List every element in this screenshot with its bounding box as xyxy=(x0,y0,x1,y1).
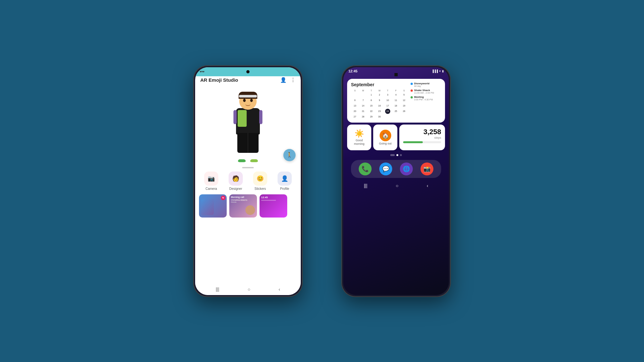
cal-day-17[interactable]: 17 xyxy=(385,103,390,108)
navigation-bar-phone2: ||| ○ ‹ xyxy=(343,180,449,191)
cal-day-16[interactable]: 16 xyxy=(377,103,382,108)
thumbnail-profile-card[interactable]: Morning call Christina Adams Mobile xyxy=(229,194,257,218)
thumbnail-lock-screen[interactable]: 12:45 xyxy=(260,194,287,218)
cal-day-21[interactable]: 21 xyxy=(361,109,366,114)
dock-browser-icon[interactable]: 🌐 xyxy=(400,162,413,175)
cal-day-11[interactable]: 11 xyxy=(393,98,398,103)
widgets-row: ☀️ Good morning 🏠 Going out 3,258 steps xyxy=(347,125,445,150)
cal-day-28[interactable]: 28 xyxy=(361,114,366,119)
header-actions: 👤 ⋮ xyxy=(280,77,296,83)
status-bar-phone1: ▾▾▾ xyxy=(195,67,301,76)
stickers-icon-glyph: 😊 xyxy=(257,175,264,182)
thumbnail-avatar-emoji[interactable]: N xyxy=(199,194,227,218)
cal-day-29[interactable]: 29 xyxy=(369,114,374,119)
camera-icon-glyph: 📷 xyxy=(208,175,215,182)
left-shoe xyxy=(238,159,246,163)
weather-label: Good morning xyxy=(354,139,365,146)
profile-label: Profile xyxy=(280,187,289,190)
camera-icon: 📷 xyxy=(204,172,218,186)
steps-unit: steps xyxy=(403,136,441,139)
calendar-events-area: Disneyworld All day Shake Shack 11:00 AM… xyxy=(411,82,441,119)
menu-item-camera[interactable]: 📷 Camera xyxy=(204,172,218,190)
cal-day-20[interactable]: 20 xyxy=(352,109,357,114)
cal-day-6[interactable]: 6 xyxy=(352,98,357,103)
home-button[interactable]: ○ xyxy=(248,287,250,292)
cal-day-12[interactable]: 12 xyxy=(402,98,407,103)
camera-area xyxy=(343,73,449,76)
back-button[interactable]: ‹ xyxy=(279,287,280,292)
cal-day-3[interactable]: 3 xyxy=(385,92,390,97)
emoji-headband xyxy=(239,95,257,97)
profile-icon-glyph: 👤 xyxy=(281,175,288,182)
dock-phone-icon[interactable]: 📞 xyxy=(359,162,372,175)
weather-widget[interactable]: ☀️ Good morning xyxy=(347,125,371,150)
event-meeting: Meeting 3:00 PM - 4:30 PM xyxy=(411,96,441,101)
profile-icon-circle: 👤 xyxy=(278,172,292,186)
phone-2: 12:45 ▐▐▐ ▾ ▮ September S M T W T xyxy=(341,65,451,297)
status-bar-phone2: 12:45 ▐▐▐ ▾ ▮ xyxy=(343,67,449,73)
event-info-disneyworld: Disneyworld All day xyxy=(414,82,441,87)
signal-icon: ▐▐▐ xyxy=(432,70,438,73)
cal-day-24-today[interactable]: 24 xyxy=(385,109,390,114)
event-info-meeting: Meeting 3:00 PM - 4:30 PM xyxy=(414,96,441,101)
bottom-panel: 📷 Camera 🧑 Designer 😊 St xyxy=(195,164,301,283)
cal-day-empty-2 xyxy=(361,92,366,97)
weather-good: Good xyxy=(355,139,363,142)
recents-button-phone2[interactable]: ||| xyxy=(364,183,367,188)
pose-button[interactable]: 🚶 xyxy=(283,149,296,161)
menu-item-profile[interactable]: 👤 Profile xyxy=(278,172,292,190)
cal-day-10[interactable]: 10 xyxy=(385,98,390,103)
cal-day-1[interactable]: 1 xyxy=(369,92,374,97)
event-time-disneyworld: All day xyxy=(414,85,441,87)
cal-day-30[interactable]: 30 xyxy=(377,114,382,119)
steps-widget[interactable]: 3,258 steps xyxy=(399,125,445,150)
calendar-widget[interactable]: September S M T W T F S 1 2 3 4 xyxy=(347,79,445,123)
home-screen-dots xyxy=(343,154,449,156)
pants-seam xyxy=(248,133,248,153)
right-shoe xyxy=(250,159,258,163)
cal-day-9[interactable]: 9 xyxy=(377,98,382,103)
cal-day-7[interactable]: 7 xyxy=(361,98,366,103)
profile-card-label: Morning call xyxy=(231,196,255,198)
cal-day-22[interactable]: 22 xyxy=(369,109,374,114)
stickers-icon: 😊 xyxy=(253,172,267,186)
more-options-icon[interactable]: ⋮ xyxy=(290,77,296,83)
event-disneyworld: Disneyworld All day xyxy=(411,82,441,87)
emoji-jacket xyxy=(236,108,260,135)
cal-day-15[interactable]: 15 xyxy=(369,103,374,108)
recents-button[interactable]: ||| xyxy=(216,287,219,292)
cal-day-8[interactable]: 8 xyxy=(369,98,374,103)
designer-label: Designer xyxy=(229,187,242,190)
event-shake-shack: Shake Shack 11:00 AM - 2:00 PM xyxy=(411,89,441,94)
panel-handle xyxy=(242,167,254,168)
emoji-mouth xyxy=(245,104,251,106)
menu-item-designer[interactable]: 🧑 Designer xyxy=(229,172,243,190)
profile-icon[interactable]: 👤 xyxy=(280,77,287,83)
home-button-phone2[interactable]: ○ xyxy=(396,183,398,188)
wifi-icon: ▾▾▾ xyxy=(200,70,204,73)
cal-day-5[interactable]: 5 xyxy=(402,92,407,97)
cal-day-19[interactable]: 19 xyxy=(402,103,407,108)
app-title: AR Emoji Studio xyxy=(200,77,238,83)
cal-day-23[interactable]: 23 xyxy=(377,109,382,114)
back-button-phone2[interactable]: ‹ xyxy=(427,183,428,188)
cal-header-t2: T xyxy=(384,89,392,92)
cal-day-4[interactable]: 4 xyxy=(393,92,398,97)
cal-day-2[interactable]: 2 xyxy=(377,92,382,97)
navigation-bar-phone1: ||| ○ ‹ xyxy=(195,283,301,295)
event-time-meeting: 3:00 PM - 4:30 PM xyxy=(414,98,441,101)
cal-day-18[interactable]: 18 xyxy=(393,103,398,108)
cal-day-27[interactable]: 27 xyxy=(352,114,357,119)
cal-day-13[interactable]: 13 xyxy=(352,103,357,108)
dot-inactive xyxy=(400,154,402,156)
cal-day-25[interactable]: 25 xyxy=(393,109,398,114)
menu-item-stickers[interactable]: 😊 Stickers xyxy=(253,172,267,190)
designer-icon-glyph: 🧑 xyxy=(232,175,239,182)
home-widget[interactable]: 🏠 Going out xyxy=(373,125,397,150)
calendar-grid-area: September S M T W T F S 1 2 3 4 xyxy=(351,82,408,119)
cal-day-14[interactable]: 14 xyxy=(361,103,366,108)
emoji-right-eye xyxy=(250,99,253,102)
cal-day-26[interactable]: 26 xyxy=(402,109,407,114)
dock-camera-icon[interactable]: 📸 xyxy=(421,162,433,175)
dock-messages-icon[interactable]: 💬 xyxy=(379,162,392,175)
